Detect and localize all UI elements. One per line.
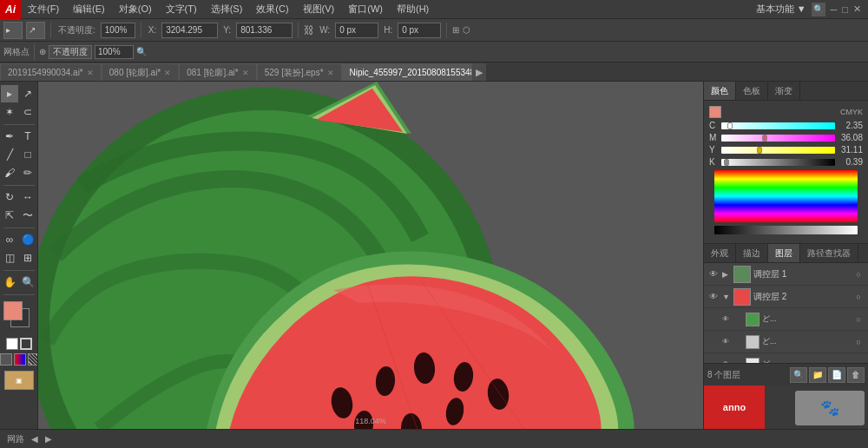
canvas-area[interactable]: 118.04% [38,82,703,429]
tab-2[interactable]: 080 [轮廓].ai* ✕ [102,63,179,81]
fill-swatch[interactable] [3,301,23,320]
x-input[interactable] [161,23,218,38]
layer-row-1[interactable]: 👁 ▶ 调控层 1 ○ [704,263,868,286]
y-input[interactable] [236,23,293,38]
layer-1-expand[interactable]: ▶ [722,270,731,279]
pencil-tool[interactable]: ✏ [19,164,36,181]
mesh-tool[interactable]: ⊞ [19,249,36,267]
new-layer-group-btn[interactable]: 📁 [809,367,826,383]
k-slider-thumb[interactable] [724,159,729,166]
c-slider-thumb[interactable] [727,122,733,129]
w-input[interactable] [335,23,378,38]
magic-wand-tool[interactable]: ✶ [1,103,18,121]
status-right-arrow[interactable]: ▶ [45,434,52,444]
warp-tool[interactable]: 〜 [19,207,36,224]
scale-tool[interactable]: ⇱ [1,207,18,224]
menu-text[interactable]: 文字(T) [159,0,204,18]
menu-object[interactable]: 对象(O) [112,0,159,18]
layer-1-visibility-toggle[interactable]: 👁 [707,268,720,280]
tab-4[interactable]: 529 [装扮].eps* ✕ [257,63,342,81]
layers-tab-layers[interactable]: 图层 [768,244,800,262]
blend-tool[interactable]: ∞ [1,231,18,248]
tabs-overflow-arrow[interactable]: ▶ [472,63,486,81]
view-mode-btn[interactable]: ▣ [4,371,34,390]
y-slider-thumb[interactable] [757,147,762,154]
gradient-tool[interactable]: ◫ [1,249,18,267]
eyedropper-tool[interactable]: 🔵 [19,231,36,248]
layer-2-visibility-toggle[interactable]: 👁 [707,291,720,303]
close-button[interactable]: ✕ [853,3,861,15]
selection-tool[interactable]: ▸ [1,85,18,102]
tab-swatches[interactable]: 色板 [736,82,768,100]
new-layer-btn[interactable]: 📄 [828,367,845,383]
layers-tab-stroke[interactable]: 描边 [736,244,768,262]
color-preview-swatch[interactable] [709,106,721,118]
tab-1-close[interactable]: ✕ [87,69,94,77]
status-left-arrow[interactable]: ◀ [31,434,38,444]
m-slider-track[interactable] [721,135,835,142]
layer-4-options[interactable]: ○ [852,336,865,348]
k-slider-track[interactable] [721,159,835,166]
m-slider-thumb[interactable] [762,135,767,142]
tab-5[interactable]: Nipic_455997_20150808155348604000[转换].ai… [342,63,472,81]
opacity-input[interactable] [101,23,135,38]
bw-strip[interactable] [714,226,858,234]
select-tool-icon[interactable]: ▸ [3,22,23,39]
layer-row-5[interactable]: 👁 ど... ○ [704,353,868,363]
link-icon[interactable]: ⛓ [304,24,314,36]
layer-2-expand[interactable]: ▼ [722,293,731,301]
rotate-tool[interactable]: ↻ [1,188,18,206]
line-tool[interactable]: ╱ [1,146,18,163]
layer-2-options[interactable]: ○ [852,291,865,303]
menu-effect[interactable]: 效果(C) [249,0,295,18]
minimize-button[interactable]: ─ [831,4,838,15]
tab-2-close[interactable]: ✕ [164,69,171,77]
lasso-tool[interactable]: ⊂ [19,103,36,121]
zoom-tool[interactable]: 🔍 [19,273,36,291]
tab-1[interactable]: 2019154990034.ai* ✕ [0,63,102,81]
layer-3-visibility-toggle[interactable]: 👁 [720,313,732,326]
menu-edit[interactable]: 编辑(E) [66,0,112,18]
layer-row-2[interactable]: 👁 ▼ 调控层 2 ○ [704,286,868,308]
gradient-mode-icon[interactable] [14,353,26,366]
swap-colors-icon[interactable] [20,338,32,350]
delete-layer-btn[interactable]: 🗑 [847,367,865,383]
layer-3-options[interactable]: ○ [852,313,865,326]
c-slider-track[interactable] [721,122,835,129]
layer-1-options[interactable]: ○ [852,268,865,280]
color-mode-icon[interactable] [0,353,12,366]
layers-tab-pathfinder[interactable]: 路径查找器 [800,244,858,262]
reset-colors-icon[interactable] [6,338,18,350]
layer-4-visibility-toggle[interactable]: 👁 [720,336,732,348]
zoom-input[interactable] [95,45,134,59]
layer-row-3[interactable]: 👁 ど... ○ [704,308,868,331]
none-mode-icon[interactable] [28,353,38,366]
zoom-icon[interactable]: 🔍 [136,47,147,56]
hand-tool[interactable]: ✋ [1,273,18,291]
type-tool[interactable]: T [19,128,36,145]
anchor-mode-btn[interactable]: 不透明度 [49,45,92,59]
tab-gradient[interactable]: 渐变 [768,82,800,100]
reflect-tool[interactable]: ↔ [19,188,36,206]
maximize-button[interactable]: □ [842,4,848,15]
layers-tab-appearance[interactable]: 外观 [704,244,736,262]
menu-view[interactable]: 视图(V) [296,0,342,18]
y-slider-track[interactable] [721,147,835,154]
menu-file[interactable]: 文件(F) [21,0,66,18]
color-spectrum[interactable] [714,170,858,222]
workspace-selector[interactable]: 基本功能 ▼ [756,3,806,16]
menu-help[interactable]: 帮助(H) [390,0,436,18]
search-icon[interactable]: 🔍 [812,3,825,16]
pen-tool[interactable]: ✒ [1,128,18,145]
paintbrush-tool[interactable]: 🖌 [1,164,18,181]
tab-color[interactable]: 颜色 [704,82,736,100]
direct-select-icon[interactable]: ↗ [26,22,45,39]
direct-selection-tool[interactable]: ↗ [19,85,36,102]
menu-window[interactable]: 窗口(W) [341,0,390,18]
align-icon[interactable]: ⊞ [452,25,459,35]
tab-3[interactable]: 081 [轮廓].ai* ✕ [179,63,256,81]
find-layer-btn[interactable]: 🔍 [790,367,807,383]
layer-row-4[interactable]: 👁 ど... ○ [704,331,868,353]
menu-select[interactable]: 选择(S) [204,0,250,18]
h-input[interactable] [398,23,441,38]
